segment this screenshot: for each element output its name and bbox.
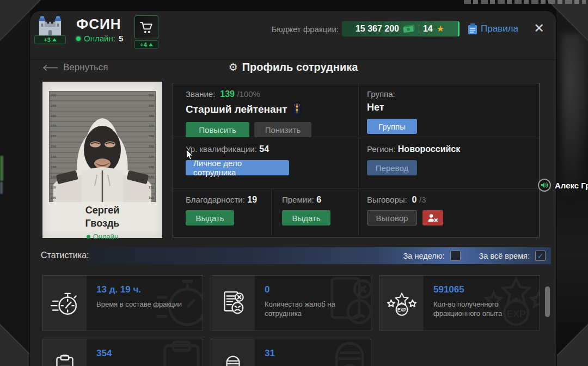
faction-name: ФСИН — [76, 16, 121, 33]
star-icon: ★ — [437, 25, 444, 33]
faction-castle-icon — [36, 15, 64, 38]
week-filter-checkbox[interactable] — [450, 251, 461, 261]
stat-card-faction-exp: EXP EXP 591065 Кол-во полученного фракци… — [379, 275, 540, 331]
personal-file-button[interactable]: Личное дело сотрудника — [186, 160, 289, 175]
budget-label: Бюджет фракции: — [271, 25, 339, 34]
budget-separator — [419, 25, 419, 33]
employee-name: Сергей Гвоздь — [42, 204, 162, 230]
panel-header: +3 ФСИН Онлайн: 5 +4 Бюджет фракции: — [30, 11, 556, 60]
shop-level-badge: +4 — [134, 40, 158, 48]
height-ruler-left: 200190180170160150140130120110100 — [51, 94, 56, 199]
stat-card-time-in-faction: 13 д. 19 ч. Время в составе фракции — [42, 275, 203, 331]
employee-mugshot: 200190180170160150140130120110100 200190… — [49, 91, 156, 202]
scrollbar-thumb[interactable] — [545, 286, 550, 317]
game-background-left — [0, 0, 30, 366]
demote-button[interactable]: Понизить — [254, 122, 311, 137]
svg-text:EXP: EXP — [397, 308, 407, 313]
groups-button[interactable]: Группы — [367, 119, 417, 134]
faction-level-badge: +3 — [34, 35, 66, 44]
height-ruler-right: 200190180170160150140130120110100 — [149, 94, 154, 199]
online-dot-icon — [87, 235, 90, 239]
give-thanks-button[interactable]: Выдать — [186, 210, 234, 225]
online-dot-icon — [76, 36, 81, 41]
faction-shop-button[interactable] — [134, 15, 158, 39]
alltime-filter-checkbox[interactable]: ✓ — [535, 251, 546, 261]
employee-photo-card: 200190180170160150140130120110100 200190… — [42, 82, 162, 238]
voice-speaker-name: Алекс Гр — [555, 181, 588, 190]
column-divider — [358, 83, 359, 238]
budget-value: 15 367 200 — [356, 24, 399, 34]
row-divider — [173, 188, 539, 189]
transfer-button[interactable]: Перевод — [367, 160, 417, 175]
rules-clipboard-icon — [468, 23, 477, 34]
employee-online-status: Онлайн — [42, 233, 162, 241]
employee-mask-icon — [218, 352, 248, 366]
alltime-filter-label: За всё время: — [479, 252, 530, 260]
group-section: Группа: Нет Группы — [367, 89, 417, 134]
employee-info-panel: Звание: 139 /100% Старший лейтенант Пов — [173, 83, 540, 237]
column-divider — [271, 188, 272, 238]
mouse-cursor — [186, 150, 194, 161]
reprimands-section: Выговоры: 0 /3 Выговор — [367, 195, 443, 225]
up-triangle-icon — [149, 43, 153, 46]
faction-panel: +3 ФСИН Онлайн: 5 +4 Бюджет фракции: — [30, 11, 556, 366]
background-gray-fragment — [0, 182, 3, 194]
qualification-section: Ур. квалификации: 54 Личное дело сотрудн… — [186, 144, 289, 175]
fire-employee-button[interactable] — [422, 210, 443, 225]
clipboard-icon — [50, 352, 79, 366]
game-background-blur — [561, 33, 588, 196]
thanks-section: Благодарности: 19 Выдать — [186, 195, 257, 225]
up-triangle-icon — [52, 38, 57, 41]
cart-icon — [139, 21, 154, 34]
reprimand-button[interactable]: Выговор — [367, 210, 417, 225]
rank-insignia-icon — [292, 102, 302, 116]
gear-icon: ⚙ — [229, 61, 238, 74]
promote-button[interactable]: Повысить — [186, 122, 249, 137]
complaints-icon — [218, 289, 248, 318]
budget-stars-value: 14 — [423, 24, 433, 34]
stat-card-complaints: 0 Количество жалоб на сотрудника — [211, 275, 371, 331]
give-bonus-button[interactable]: Выдать — [282, 210, 330, 225]
background-green-fragment — [0, 156, 3, 181]
rules-button[interactable]: Правила — [468, 23, 518, 34]
person-remove-icon — [427, 213, 438, 222]
mugshot-person — [49, 111, 156, 202]
screen: +3 ФСИН Онлайн: 5 +4 Бюджет фракции: — [0, 0, 588, 366]
rank-section: Звание: 139 /100% Старший лейтенант Пов — [186, 89, 311, 137]
voice-chat-indicator: Алекс Гр — [538, 179, 588, 192]
svg-text:EXP: EXP — [507, 308, 526, 319]
stopwatch-icon — [50, 289, 79, 318]
statistics-filter-bar: За неделю: За всё время: ✓ — [89, 247, 551, 264]
exp-stars-icon: EXP — [386, 290, 418, 317]
header-divider — [121, 17, 121, 44]
budget-pill: 15 367 200 14 ★ — [342, 21, 460, 36]
faction-online-status: Онлайн: 5 — [76, 34, 123, 43]
close-button[interactable]: ✕ — [534, 22, 544, 35]
stat-card-reports: 354 — [42, 339, 203, 366]
cropped-hud-text — [464, 0, 586, 4]
bonuses-section: Премии: 6 Выдать — [282, 195, 330, 225]
money-icon — [402, 24, 415, 34]
row-divider — [173, 138, 539, 138]
statistics-title: Статистика: — [41, 251, 89, 260]
speaker-circle — [538, 179, 551, 192]
stat-card-arrests: 31 — [211, 339, 371, 366]
speaker-icon — [540, 181, 549, 190]
page-title: ⚙ Профиль сотрудника — [30, 61, 556, 74]
region-section: Регион: Новороссийск Перевод — [367, 144, 460, 175]
week-filter-label: За неделю: — [403, 252, 445, 260]
